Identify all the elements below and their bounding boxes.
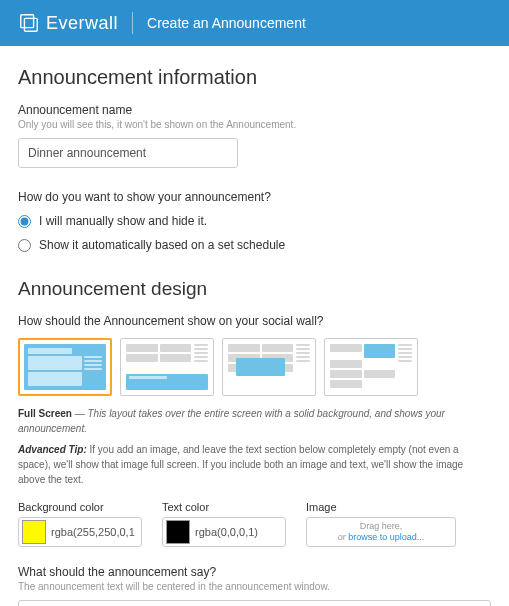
bg-color-input[interactable] — [49, 526, 141, 538]
image-upload-dropzone[interactable]: Drag here, or browse to upload... — [306, 517, 456, 547]
layout-option-side-takeover[interactable] — [324, 338, 418, 396]
browse-link[interactable]: browse to upload... — [348, 532, 424, 542]
image-label: Image — [306, 501, 456, 513]
text-color-picker[interactable] — [162, 517, 286, 547]
layout-options — [18, 338, 491, 396]
announcement-name-input[interactable] — [18, 138, 238, 168]
section-heading-design: Announcement design — [18, 278, 491, 300]
layout-option-center-overlay[interactable] — [222, 338, 316, 396]
header-divider — [132, 12, 133, 34]
upload-hint-line1: Drag here, — [360, 521, 403, 532]
show-option-manual-label: I will manually show and hide it. — [39, 214, 207, 228]
show-radio-schedule[interactable] — [18, 239, 31, 252]
layout-caption-label: Full Screen — [18, 408, 72, 419]
layout-question: How should the Announcement show on your… — [18, 314, 491, 328]
name-label: Announcement name — [18, 103, 491, 117]
layout-tip-label: Advanced Tip: — [18, 444, 87, 455]
show-radio-manual[interactable] — [18, 215, 31, 228]
bg-color-swatch[interactable] — [22, 520, 46, 544]
app-header: Everwall Create an Announcement — [0, 0, 509, 46]
text-color-label: Text color — [162, 501, 286, 513]
bg-color-label: Background color — [18, 501, 142, 513]
everwall-icon — [18, 12, 40, 34]
bg-color-picker[interactable] — [18, 517, 142, 547]
layout-caption: Full Screen — This layout takes over the… — [18, 406, 491, 436]
section-heading-info: Announcement information — [18, 66, 491, 89]
show-option-manual[interactable]: I will manually show and hide it. — [18, 214, 491, 228]
upload-hint-line2: or browse to upload... — [338, 532, 425, 543]
brand-name: Everwall — [46, 13, 118, 34]
show-option-schedule[interactable]: Show it automatically based on a set sch… — [18, 238, 491, 252]
text-color-input[interactable] — [193, 526, 285, 538]
svg-rect-0 — [21, 15, 34, 28]
layout-tip: Advanced Tip: If you add an image, and l… — [18, 442, 491, 487]
name-hint: Only you will see this, it won't be show… — [18, 119, 491, 130]
text-color-swatch[interactable] — [166, 520, 190, 544]
show-question: How do you want to show your announcemen… — [18, 190, 491, 204]
svg-rect-1 — [24, 18, 37, 31]
page-title: Create an Announcement — [147, 15, 306, 31]
layout-option-fullscreen[interactable] — [18, 338, 112, 396]
layout-option-lower-third[interactable] — [120, 338, 214, 396]
announcement-text-input[interactable] — [18, 600, 491, 606]
show-option-schedule-label: Show it automatically based on a set sch… — [39, 238, 285, 252]
say-hint: The announcement text will be centered i… — [18, 581, 491, 592]
say-label: What should the announcement say? — [18, 565, 491, 579]
brand-logo: Everwall — [18, 12, 118, 34]
